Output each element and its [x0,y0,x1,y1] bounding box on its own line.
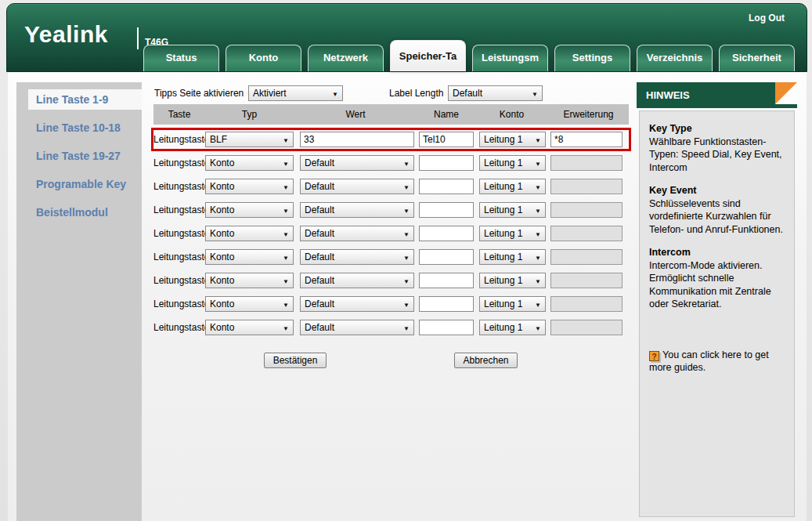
typ-select[interactable]: Konto▼ [205,179,294,194]
tab-settings[interactable]: Settings [554,45,630,71]
erweiterung-input[interactable] [550,132,623,147]
table-row: Leitungstaster Konto▼ Default▼ Leitung 1… [153,179,629,194]
tab-sicherheit[interactable]: Sicherheit [719,45,795,71]
wert-select[interactable]: Default▼ [300,226,414,241]
tab-verzeichnis[interactable]: Verzeichnis [637,45,713,71]
wert-select[interactable]: Default▼ [300,296,414,312]
konto-select[interactable]: Leitung 1▼ [479,249,546,265]
sidebar-item-line-taste-1-9[interactable]: Line Taste 1-9 [28,89,142,110]
tab-konto[interactable]: Konto [226,45,301,71]
chevron-down-icon: ▼ [403,325,410,332]
hinweis-section-key-event: Key Event Schlüsselevents sind vordefini… [649,184,785,236]
wert-input[interactable] [300,132,414,147]
col-typ: Typ [205,104,294,125]
wert-value: Default [305,157,334,168]
wert-select[interactable]: Default▼ [300,155,414,171]
name-input[interactable] [419,273,474,288]
tab-netzwerk[interactable]: Netzwerk [308,45,384,71]
row-key-label: Leitungstaster [153,322,205,333]
typ-value: Konto [210,157,234,168]
name-input[interactable] [419,202,474,218]
label-length-select[interactable]: Default ▼ [448,85,543,101]
row-key-label: Leitungstaster [153,275,205,286]
chevron-down-icon: ▼ [535,231,541,238]
table-row: Leitungstaster Konto▼ Default▼ Leitung 1… [153,296,629,312]
chevron-down-icon: ▼ [283,255,289,262]
guides-link[interactable]: ?You can click here to get more guides. [649,349,785,374]
chevron-down-icon: ▼ [535,325,541,332]
logout-link[interactable]: Log Out [749,13,785,24]
sidebar-item-line-taste-19-27[interactable]: Line Taste 19-27 [28,146,142,166]
name-input[interactable] [419,320,474,335]
konto-select[interactable]: Leitung 1▼ [479,132,546,147]
typ-value: Konto [210,204,234,215]
konto-select[interactable]: Leitung 1▼ [479,202,546,218]
typ-select[interactable]: Konto▼ [205,296,294,312]
typ-select[interactable]: Konto▼ [205,202,294,218]
konto-select[interactable]: Leitung 1▼ [479,155,546,171]
sidebar-item-beistellmodul[interactable]: Beistellmodul [28,202,142,223]
wert-select[interactable]: Default▼ [300,273,414,288]
wert-select[interactable]: Default▼ [300,320,414,335]
name-input[interactable] [419,249,474,265]
wert-select[interactable]: Default▼ [300,249,414,265]
chevron-down-icon: ▼ [403,208,410,215]
typ-select[interactable]: Konto▼ [205,273,294,288]
name-input[interactable] [419,226,474,241]
chevron-down-icon: ▼ [535,278,541,285]
typ-value: Konto [210,322,234,333]
wert-select[interactable]: Default▼ [300,179,414,194]
tab-leistungsmerkmale[interactable]: Leistungsm [472,45,548,71]
main-tabs: Status Konto Netzwerk Speicher-Ta Leistu… [143,40,795,71]
hinweis-section-text: Intercom-Mode aktivieren. Ermöglicht sch… [649,260,771,310]
page-fold-icon [775,82,797,104]
confirm-button[interactable]: Bestätigen [264,353,327,368]
konto-select[interactable]: Leitung 1▼ [479,179,546,194]
hinweis-title: HINWEIS [646,89,690,101]
konto-value: Leitung 1 [484,157,522,168]
sidebar-item-line-taste-10-18[interactable]: Line Taste 10-18 [28,118,142,138]
typ-select[interactable]: Konto▼ [205,155,294,171]
typ-value: Konto [210,251,234,262]
typ-select[interactable]: BLF▼ [205,132,294,147]
sidebar-item-programable-key[interactable]: Programable Key [28,174,142,194]
konto-select[interactable]: Leitung 1▼ [479,226,546,241]
tipps-seite-select[interactable]: Aktiviert ▼ [248,85,343,101]
chevron-down-icon: ▼ [283,302,289,309]
row-key-label: Leitungstaster [153,204,205,215]
typ-select[interactable]: Konto▼ [205,249,294,265]
chevron-down-icon: ▼ [535,184,541,191]
konto-value: Leitung 1 [484,181,522,192]
typ-select[interactable]: Konto▼ [205,320,294,335]
konto-value: Leitung 1 [484,322,522,333]
col-taste: Taste [153,104,205,125]
wert-select[interactable]: Default▼ [300,202,414,218]
row-key-label: Leitungstaster [153,134,205,145]
konto-select[interactable]: Leitung 1▼ [479,296,546,312]
wert-value: Default [305,251,334,262]
typ-select[interactable]: Konto▼ [205,226,294,241]
name-input[interactable] [419,296,474,312]
row-key-label: Leitungstaster [153,181,205,192]
chevron-down-icon: ▼ [283,137,289,144]
chevron-down-icon: ▼ [535,161,541,168]
chevron-down-icon: ▼ [283,278,289,285]
tab-speicher-tasten[interactable]: Speicher-Ta [390,40,466,71]
col-name: Name [417,104,475,125]
erweiterung-input-disabled [550,320,623,335]
chevron-down-icon: ▼ [535,208,541,215]
chevron-down-icon: ▼ [403,302,410,309]
konto-value: Leitung 1 [484,228,522,239]
name-input[interactable] [419,179,474,194]
konto-value: Leitung 1 [484,251,522,262]
konto-select[interactable]: Leitung 1▼ [479,320,546,335]
chevron-down-icon: ▼ [283,231,289,238]
cancel-button[interactable]: Abbrechen [454,353,518,368]
konto-select[interactable]: Leitung 1▼ [479,273,546,288]
typ-value: Konto [210,298,234,309]
chevron-down-icon: ▼ [403,255,410,262]
typ-value: Konto [210,275,234,286]
tab-status[interactable]: Status [143,45,219,71]
name-input[interactable] [419,155,474,171]
name-input[interactable] [419,132,474,147]
